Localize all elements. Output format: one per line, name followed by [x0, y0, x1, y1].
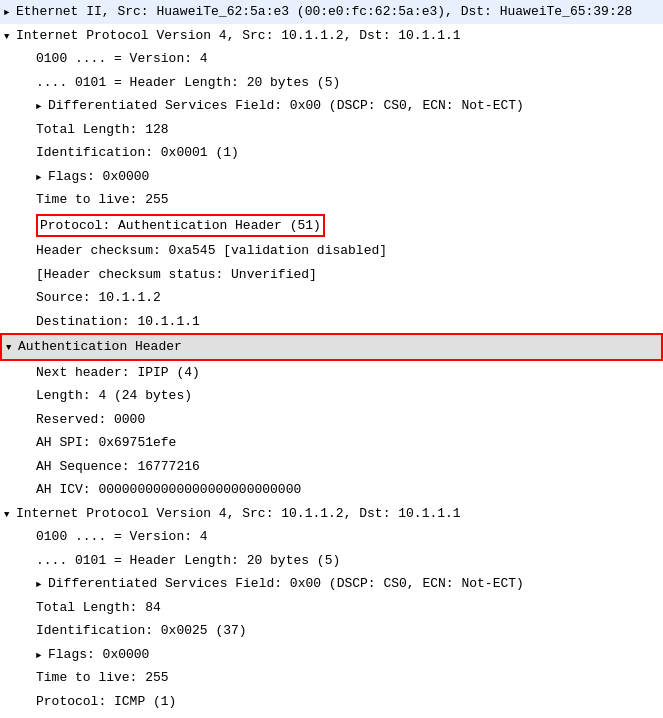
chevron-right-icon: ►: [36, 579, 48, 593]
item-label: Differentiated Services Field: 0x00 (DSC…: [48, 98, 524, 113]
chevron-down-icon: ▼: [4, 31, 16, 45]
highlighted-protocol-label: Protocol: Authentication Header (51): [36, 214, 325, 238]
item-label: Source: 10.1.1.2: [36, 290, 161, 305]
tree-section-auth-header[interactable]: ▼ Authentication Header: [0, 333, 663, 361]
packet-tree: ► Ethernet II, Src: HuaweiTe_62:5a:e3 (0…: [0, 0, 663, 718]
tree-item-ipv4-1-hlen: .... 0101 = Header Length: 20 bytes (5): [0, 71, 663, 95]
section-label: Internet Protocol Version 4, Src: 10.1.1…: [16, 28, 461, 43]
item-label: .... 0101 = Header Length: 20 bytes (5): [36, 75, 340, 90]
section-label: Internet Protocol Version 4, Src: 10.1.1…: [16, 506, 461, 521]
tree-section-ethernet[interactable]: ► Ethernet II, Src: HuaweiTe_62:5a:e3 (0…: [0, 0, 663, 24]
tree-item-ipv4-2-id: Identification: 0x0025 (37): [0, 619, 663, 643]
item-label: Flags: 0x0000: [48, 647, 149, 662]
tree-item-ah-reserved: Reserved: 0000: [0, 408, 663, 432]
tree-item-ipv4-2-totlen: Total Length: 84: [0, 596, 663, 620]
tree-item-ipv4-1-id: Identification: 0x0001 (1): [0, 141, 663, 165]
tree-item-ipv4-2-flags[interactable]: ► Flags: 0x0000: [0, 643, 663, 667]
tree-item-ah-spi: AH SPI: 0x69751efe: [0, 431, 663, 455]
item-label: Time to live: 255: [36, 670, 169, 685]
item-label: AH Sequence: 16777216: [36, 459, 200, 474]
item-label: Length: 4 (24 bytes): [36, 388, 192, 403]
tree-item-ipv4-2-ttl: Time to live: 255: [0, 666, 663, 690]
tree-item-ah-seq: AH Sequence: 16777216: [0, 455, 663, 479]
tree-item-ipv4-1-totlen: Total Length: 128: [0, 118, 663, 142]
tree-item-ipv4-1-src: Source: 10.1.1.2: [0, 286, 663, 310]
item-label: Destination: 10.1.1.1: [36, 314, 200, 329]
tree-section-ipv4-1[interactable]: ▼ Internet Protocol Version 4, Src: 10.1…: [0, 24, 663, 48]
item-label: [Header checksum status: Unverified]: [36, 267, 317, 282]
tree-item-ipv4-1-proto[interactable]: Protocol: Authentication Header (51): [0, 212, 663, 240]
tree-item-ipv4-1-checksum-status: [Header checksum status: Unverified]: [0, 263, 663, 287]
item-label: Reserved: 0000: [36, 412, 145, 427]
chevron-right-icon: ►: [36, 650, 48, 664]
tree-item-ah-len: Length: 4 (24 bytes): [0, 384, 663, 408]
item-label: Header checksum: 0xa545 [validation disa…: [36, 243, 387, 258]
item-label: AH SPI: 0x69751efe: [36, 435, 176, 450]
item-label: Next header: IPIP (4): [36, 365, 200, 380]
item-label: Protocol: ICMP (1): [36, 694, 176, 709]
item-label: .... 0101 = Header Length: 20 bytes (5): [36, 553, 340, 568]
item-label: AH ICV: 00000000000000000000000000: [36, 482, 301, 497]
tree-item-ah-icv: AH ICV: 00000000000000000000000000: [0, 478, 663, 502]
item-label: Identification: 0x0001 (1): [36, 145, 239, 160]
section-label: Ethernet II, Src: HuaweiTe_62:5a:e3 (00:…: [16, 4, 632, 19]
tree-item-ipv4-1-version: 0100 .... = Version: 4: [0, 47, 663, 71]
tree-item-ipv4-2-hlen: .... 0101 = Header Length: 20 bytes (5): [0, 549, 663, 573]
chevron-right-icon: ►: [4, 7, 16, 21]
auth-header-label: Authentication Header: [18, 339, 182, 354]
tree-item-ipv4-1-dscp[interactable]: ► Differentiated Services Field: 0x00 (D…: [0, 94, 663, 118]
tree-item-ah-next: Next header: IPIP (4): [0, 361, 663, 385]
item-label: 0100 .... = Version: 4: [36, 51, 208, 66]
tree-item-ipv4-1-ttl: Time to live: 255: [0, 188, 663, 212]
tree-item-ipv4-2-proto: Protocol: ICMP (1): [0, 690, 663, 714]
tree-item-ipv4-1-checksum: Header checksum: 0xa545 [validation disa…: [0, 239, 663, 263]
chevron-down-icon: ▼: [6, 342, 18, 356]
chevron-down-icon: ▼: [4, 509, 16, 523]
item-label: Differentiated Services Field: 0x00 (DSC…: [48, 576, 524, 591]
item-label: Total Length: 128: [36, 122, 169, 137]
item-label: 0100 .... = Version: 4: [36, 529, 208, 544]
tree-item-ipv4-1-flags[interactable]: ► Flags: 0x0000: [0, 165, 663, 189]
item-label: Identification: 0x0025 (37): [36, 623, 247, 638]
item-label: Flags: 0x0000: [48, 169, 149, 184]
tree-item-ipv4-2-dscp[interactable]: ► Differentiated Services Field: 0x00 (D…: [0, 572, 663, 596]
item-label: Time to live: 255: [36, 192, 169, 207]
tree-section-ipv4-2[interactable]: ▼ Internet Protocol Version 4, Src: 10.1…: [0, 502, 663, 526]
tree-item-ipv4-2-version: 0100 .... = Version: 4: [0, 525, 663, 549]
chevron-right-icon: ►: [36, 101, 48, 115]
tree-item-ipv4-2-checksum: Header checksum: 0xa57f [validation disa…: [0, 713, 663, 718]
chevron-right-icon: ►: [36, 172, 48, 186]
tree-item-ipv4-1-dst: Destination: 10.1.1.1: [0, 310, 663, 334]
item-label: Total Length: 84: [36, 600, 161, 615]
